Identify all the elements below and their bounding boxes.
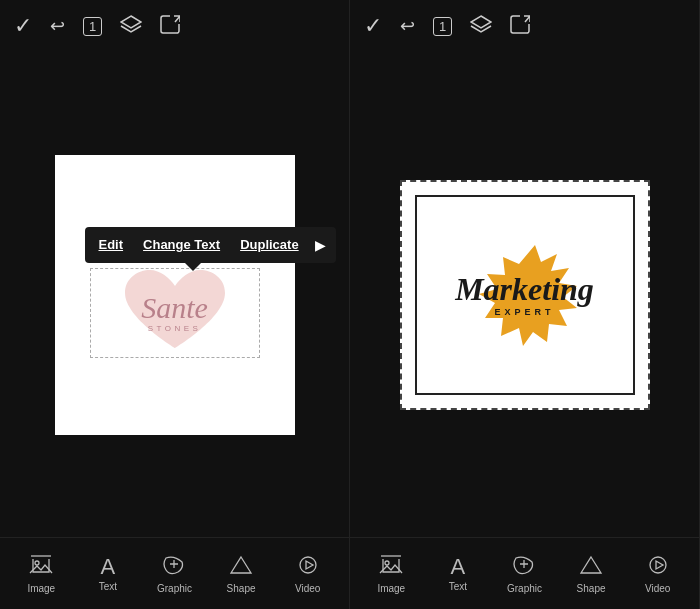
edit-button[interactable]: Edit — [89, 237, 134, 252]
right-text-label: Text — [449, 581, 467, 592]
right-toolbar-text[interactable]: A Text — [433, 556, 483, 592]
right-topbar: ✓ ↩ 1 — [350, 0, 699, 52]
text-label: Text — [99, 581, 117, 592]
toolbar-image[interactable]: Image — [16, 554, 66, 594]
marketing-logo-container: Marketing EXPERT — [425, 225, 625, 365]
right-video-icon — [646, 554, 670, 580]
right-graphic-label: Graphic — [507, 583, 542, 594]
right-toolbar-shape[interactable]: Shape — [566, 554, 616, 594]
graphic-label: Graphic — [157, 583, 192, 594]
image-icon — [29, 554, 53, 580]
right-shape-label: Shape — [577, 583, 606, 594]
undo-icon[interactable]: ↩ — [50, 15, 65, 37]
right-layers-count-icon[interactable]: 1 — [433, 17, 452, 36]
marketing-main-text: Marketing — [455, 273, 594, 305]
left-panel: ✓ ↩ 1 Edit Change Text Duplicate ▶ — [0, 0, 350, 609]
right-toolbar: Image A Text Graphic Shape — [350, 537, 699, 609]
context-menu: Edit Change Text Duplicate ▶ — [85, 227, 336, 263]
right-undo-icon[interactable]: ↩ — [400, 15, 415, 37]
right-image-label: Image — [377, 583, 405, 594]
right-toolbar-video[interactable]: Video — [633, 554, 683, 594]
svg-point-2 — [385, 561, 389, 565]
right-export-icon[interactable] — [510, 14, 530, 39]
right-layers-icon[interactable] — [470, 15, 492, 38]
toolbar-text[interactable]: A Text — [83, 556, 133, 592]
shape-label: Shape — [227, 583, 256, 594]
right-panel: ✓ ↩ 1 — [350, 0, 700, 609]
right-image-icon — [379, 554, 403, 580]
toolbar-shape[interactable]: Shape — [216, 554, 266, 594]
left-toolbar: Image A Text Graphic Shape — [0, 537, 349, 609]
right-canvas-inner: Marketing EXPERT — [415, 195, 635, 395]
right-toolbar-graphic[interactable]: Graphic — [499, 554, 549, 594]
right-video-label: Video — [645, 583, 670, 594]
left-canvas-area: Edit Change Text Duplicate ▶ Sante STONE… — [0, 52, 349, 537]
sante-sub-text: STONES — [148, 324, 202, 333]
duplicate-button[interactable]: Duplicate — [230, 237, 309, 252]
menu-pointer — [185, 263, 201, 271]
sante-logo-container[interactable]: Sante STONES — [90, 268, 260, 358]
video-label: Video — [295, 583, 320, 594]
marketing-text-group: Marketing EXPERT — [455, 273, 594, 317]
graphic-icon — [162, 554, 186, 580]
right-shape-icon — [579, 554, 603, 580]
more-arrow[interactable]: ▶ — [309, 237, 332, 253]
video-icon — [296, 554, 320, 580]
right-graphic-icon — [512, 554, 536, 580]
image-label: Image — [27, 583, 55, 594]
layers-icon[interactable] — [120, 15, 142, 38]
toolbar-graphic[interactable]: Graphic — [149, 554, 199, 594]
svg-point-0 — [35, 561, 39, 565]
right-text-icon: A — [451, 556, 466, 578]
change-text-button[interactable]: Change Text — [133, 237, 230, 252]
layers-count-icon[interactable]: 1 — [83, 17, 102, 36]
left-canvas[interactable]: Edit Change Text Duplicate ▶ Sante STONE… — [55, 155, 295, 435]
check-icon[interactable]: ✓ — [14, 13, 32, 39]
marketing-sub-text: EXPERT — [494, 307, 554, 317]
text-icon: A — [101, 556, 116, 578]
left-topbar: ✓ ↩ 1 — [0, 0, 349, 52]
sante-main-text: Sante — [141, 293, 208, 323]
export-icon[interactable] — [160, 14, 180, 39]
right-check-icon[interactable]: ✓ — [364, 13, 382, 39]
right-toolbar-image[interactable]: Image — [366, 554, 416, 594]
right-canvas-area: Marketing EXPERT — [350, 52, 699, 537]
shape-icon — [229, 554, 253, 580]
toolbar-video[interactable]: Video — [283, 554, 333, 594]
right-canvas-outer[interactable]: Marketing EXPERT — [400, 180, 650, 410]
